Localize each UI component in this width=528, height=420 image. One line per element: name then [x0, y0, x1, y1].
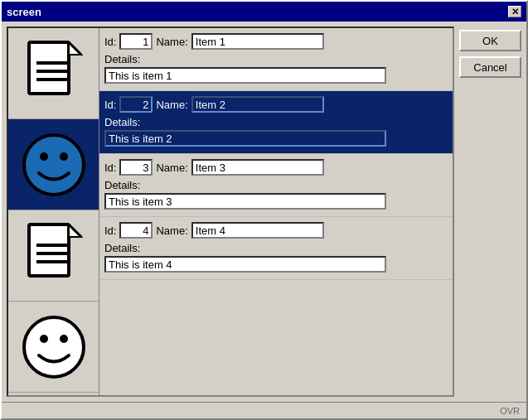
svg-point-16	[40, 335, 48, 343]
item-row-2[interactable]: Id: Name: Details:	[99, 91, 453, 154]
icon-column	[8, 28, 99, 395]
item-row-1[interactable]: Id: Name: Details:	[99, 28, 453, 91]
id-input-1[interactable]	[119, 33, 153, 50]
details-label-4: Details:	[104, 242, 448, 254]
content-area: Id: Name: Details: Id: Name:	[2, 22, 526, 402]
id-name-line-3: Id: Name:	[104, 159, 448, 176]
name-label-2: Name:	[156, 99, 187, 111]
id-label-4: Id:	[104, 224, 116, 237]
details-input-4[interactable]	[104, 256, 386, 273]
ok-button[interactable]: OK	[459, 30, 521, 51]
side-buttons: OK Cancel	[459, 27, 521, 397]
svg-point-17	[60, 335, 68, 343]
details-column: Id: Name: Details: Id: Name:	[99, 28, 453, 395]
name-label-3: Name:	[156, 162, 187, 174]
name-input-3[interactable]	[191, 159, 324, 176]
id-input-3[interactable]	[119, 159, 153, 176]
name-input-4[interactable]	[191, 222, 324, 239]
id-name-line-2: Id: Name:	[104, 96, 448, 113]
name-input-1[interactable]	[191, 33, 324, 50]
details-input-3[interactable]	[104, 193, 386, 210]
main-window: screen ✕	[0, 0, 528, 420]
details-label-1: Details:	[104, 53, 448, 65]
svg-point-15	[24, 317, 84, 377]
id-label-3: Id:	[104, 162, 116, 174]
name-label-4: Name:	[156, 224, 187, 237]
svg-point-6	[24, 135, 84, 195]
status-text: OVR	[500, 406, 520, 416]
name-label-1: Name:	[156, 36, 187, 48]
id-label-2: Id:	[104, 99, 116, 111]
list-icon-1[interactable]	[8, 28, 99, 119]
list-icon-3[interactable]	[8, 210, 99, 302]
svg-rect-9	[29, 224, 69, 276]
id-name-line-1: Id: Name:	[104, 33, 448, 50]
id-input-4[interactable]	[119, 222, 153, 239]
list-icon-2[interactable]	[8, 119, 99, 210]
close-button[interactable]: ✕	[508, 6, 521, 17]
svg-rect-0	[29, 42, 69, 94]
id-label-1: Id:	[104, 36, 116, 48]
window-title: screen	[7, 6, 41, 18]
details-label-2: Details:	[104, 116, 448, 128]
details-label-3: Details:	[104, 179, 448, 191]
item-row-4[interactable]: Id: Name: Details:	[99, 217, 453, 280]
list-panel: Id: Name: Details: Id: Name:	[7, 27, 454, 397]
details-input-2[interactable]	[104, 130, 386, 147]
status-bar: OVR	[2, 402, 526, 418]
svg-point-8	[60, 152, 68, 161]
item-row-3[interactable]: Id: Name: Details:	[99, 154, 453, 217]
id-name-line-4: Id: Name:	[104, 222, 448, 239]
id-input-2[interactable]	[119, 96, 153, 113]
list-icon-4[interactable]	[8, 302, 99, 393]
svg-point-7	[40, 152, 48, 161]
name-input-2[interactable]	[191, 96, 324, 113]
details-input-1[interactable]	[104, 67, 386, 84]
title-bar: screen ✕	[2, 2, 526, 22]
cancel-button[interactable]: Cancel	[459, 56, 521, 78]
